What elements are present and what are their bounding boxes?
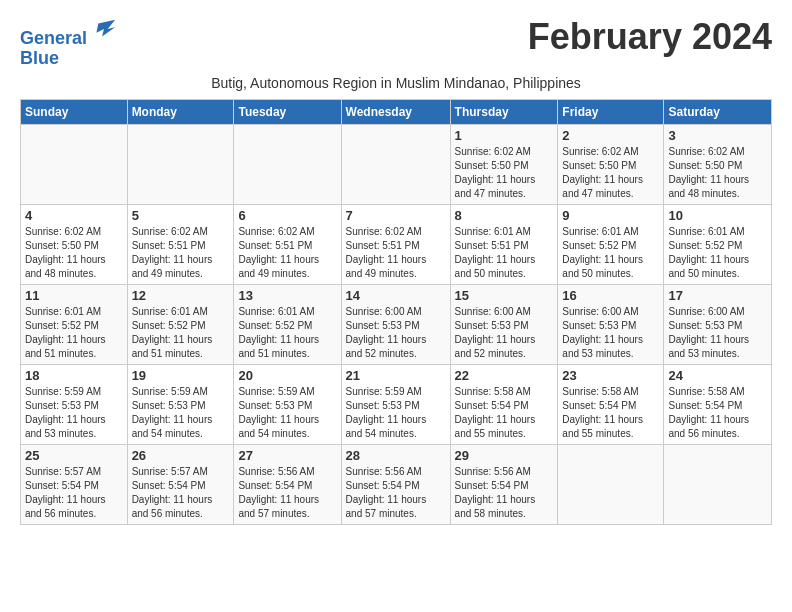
day-info: Sunrise: 6:00 AM Sunset: 5:53 PM Dayligh… — [668, 305, 767, 361]
col-header-saturday: Saturday — [664, 99, 772, 124]
day-cell: 21Sunrise: 5:59 AM Sunset: 5:53 PM Dayli… — [341, 364, 450, 444]
logo: General Blue — [20, 16, 117, 69]
day-number: 20 — [238, 368, 336, 383]
day-cell: 26Sunrise: 5:57 AM Sunset: 5:54 PM Dayli… — [127, 444, 234, 524]
day-number: 16 — [562, 288, 659, 303]
day-cell — [558, 444, 664, 524]
day-number: 17 — [668, 288, 767, 303]
day-info: Sunrise: 5:58 AM Sunset: 5:54 PM Dayligh… — [455, 385, 554, 441]
day-info: Sunrise: 6:01 AM Sunset: 5:52 PM Dayligh… — [238, 305, 336, 361]
svg-marker-0 — [97, 20, 116, 37]
day-info: Sunrise: 5:59 AM Sunset: 5:53 PM Dayligh… — [25, 385, 123, 441]
day-info: Sunrise: 6:01 AM Sunset: 5:52 PM Dayligh… — [25, 305, 123, 361]
day-info: Sunrise: 5:56 AM Sunset: 5:54 PM Dayligh… — [346, 465, 446, 521]
day-cell: 25Sunrise: 5:57 AM Sunset: 5:54 PM Dayli… — [21, 444, 128, 524]
day-number: 14 — [346, 288, 446, 303]
day-cell: 6Sunrise: 6:02 AM Sunset: 5:51 PM Daylig… — [234, 204, 341, 284]
day-cell: 22Sunrise: 5:58 AM Sunset: 5:54 PM Dayli… — [450, 364, 558, 444]
col-header-thursday: Thursday — [450, 99, 558, 124]
day-cell: 11Sunrise: 6:01 AM Sunset: 5:52 PM Dayli… — [21, 284, 128, 364]
week-row-4: 18Sunrise: 5:59 AM Sunset: 5:53 PM Dayli… — [21, 364, 772, 444]
day-number: 18 — [25, 368, 123, 383]
day-cell: 20Sunrise: 5:59 AM Sunset: 5:53 PM Dayli… — [234, 364, 341, 444]
day-cell — [234, 124, 341, 204]
day-info: Sunrise: 5:57 AM Sunset: 5:54 PM Dayligh… — [132, 465, 230, 521]
day-cell — [127, 124, 234, 204]
day-cell: 18Sunrise: 5:59 AM Sunset: 5:53 PM Dayli… — [21, 364, 128, 444]
day-cell — [21, 124, 128, 204]
week-row-5: 25Sunrise: 5:57 AM Sunset: 5:54 PM Dayli… — [21, 444, 772, 524]
day-number: 12 — [132, 288, 230, 303]
day-info: Sunrise: 5:58 AM Sunset: 5:54 PM Dayligh… — [668, 385, 767, 441]
day-cell: 14Sunrise: 6:00 AM Sunset: 5:53 PM Dayli… — [341, 284, 450, 364]
day-info: Sunrise: 6:02 AM Sunset: 5:50 PM Dayligh… — [455, 145, 554, 201]
col-header-friday: Friday — [558, 99, 664, 124]
day-number: 5 — [132, 208, 230, 223]
day-cell — [664, 444, 772, 524]
day-info: Sunrise: 6:02 AM Sunset: 5:50 PM Dayligh… — [562, 145, 659, 201]
day-info: Sunrise: 6:01 AM Sunset: 5:51 PM Dayligh… — [455, 225, 554, 281]
day-cell: 19Sunrise: 5:59 AM Sunset: 5:53 PM Dayli… — [127, 364, 234, 444]
day-info: Sunrise: 6:02 AM Sunset: 5:50 PM Dayligh… — [25, 225, 123, 281]
day-number: 27 — [238, 448, 336, 463]
day-info: Sunrise: 5:57 AM Sunset: 5:54 PM Dayligh… — [25, 465, 123, 521]
day-number: 21 — [346, 368, 446, 383]
header: General Blue February 2024 — [20, 16, 772, 69]
day-info: Sunrise: 6:02 AM Sunset: 5:50 PM Dayligh… — [668, 145, 767, 201]
day-number: 26 — [132, 448, 230, 463]
day-number: 29 — [455, 448, 554, 463]
col-header-wednesday: Wednesday — [341, 99, 450, 124]
day-number: 1 — [455, 128, 554, 143]
col-header-sunday: Sunday — [21, 99, 128, 124]
day-cell: 23Sunrise: 5:58 AM Sunset: 5:54 PM Dayli… — [558, 364, 664, 444]
day-number: 15 — [455, 288, 554, 303]
day-info: Sunrise: 5:59 AM Sunset: 5:53 PM Dayligh… — [132, 385, 230, 441]
day-number: 6 — [238, 208, 336, 223]
day-cell: 16Sunrise: 6:00 AM Sunset: 5:53 PM Dayli… — [558, 284, 664, 364]
day-cell: 5Sunrise: 6:02 AM Sunset: 5:51 PM Daylig… — [127, 204, 234, 284]
day-info: Sunrise: 5:59 AM Sunset: 5:53 PM Dayligh… — [346, 385, 446, 441]
day-cell — [341, 124, 450, 204]
day-number: 22 — [455, 368, 554, 383]
day-number: 7 — [346, 208, 446, 223]
day-cell: 29Sunrise: 5:56 AM Sunset: 5:54 PM Dayli… — [450, 444, 558, 524]
day-cell: 27Sunrise: 5:56 AM Sunset: 5:54 PM Dayli… — [234, 444, 341, 524]
day-cell: 17Sunrise: 6:00 AM Sunset: 5:53 PM Dayli… — [664, 284, 772, 364]
week-row-1: 1Sunrise: 6:02 AM Sunset: 5:50 PM Daylig… — [21, 124, 772, 204]
week-row-3: 11Sunrise: 6:01 AM Sunset: 5:52 PM Dayli… — [21, 284, 772, 364]
day-info: Sunrise: 6:00 AM Sunset: 5:53 PM Dayligh… — [562, 305, 659, 361]
day-cell: 2Sunrise: 6:02 AM Sunset: 5:50 PM Daylig… — [558, 124, 664, 204]
logo-bird-icon — [89, 16, 117, 44]
subtitle: Butig, Autonomous Region in Muslim Minda… — [20, 75, 772, 91]
day-cell: 28Sunrise: 5:56 AM Sunset: 5:54 PM Dayli… — [341, 444, 450, 524]
day-cell: 7Sunrise: 6:02 AM Sunset: 5:51 PM Daylig… — [341, 204, 450, 284]
day-cell: 9Sunrise: 6:01 AM Sunset: 5:52 PM Daylig… — [558, 204, 664, 284]
day-info: Sunrise: 6:00 AM Sunset: 5:53 PM Dayligh… — [455, 305, 554, 361]
day-info: Sunrise: 6:01 AM Sunset: 5:52 PM Dayligh… — [132, 305, 230, 361]
day-info: Sunrise: 5:59 AM Sunset: 5:53 PM Dayligh… — [238, 385, 336, 441]
day-info: Sunrise: 5:56 AM Sunset: 5:54 PM Dayligh… — [238, 465, 336, 521]
day-number: 24 — [668, 368, 767, 383]
day-number: 4 — [25, 208, 123, 223]
day-info: Sunrise: 6:02 AM Sunset: 5:51 PM Dayligh… — [132, 225, 230, 281]
day-number: 25 — [25, 448, 123, 463]
day-cell: 12Sunrise: 6:01 AM Sunset: 5:52 PM Dayli… — [127, 284, 234, 364]
day-number: 23 — [562, 368, 659, 383]
month-title: February 2024 — [528, 16, 772, 58]
day-cell: 13Sunrise: 6:01 AM Sunset: 5:52 PM Dayli… — [234, 284, 341, 364]
logo-blue: Blue — [20, 48, 59, 68]
day-number: 13 — [238, 288, 336, 303]
day-cell: 24Sunrise: 5:58 AM Sunset: 5:54 PM Dayli… — [664, 364, 772, 444]
day-info: Sunrise: 6:01 AM Sunset: 5:52 PM Dayligh… — [562, 225, 659, 281]
calendar-header-row: SundayMondayTuesdayWednesdayThursdayFrid… — [21, 99, 772, 124]
day-cell: 15Sunrise: 6:00 AM Sunset: 5:53 PM Dayli… — [450, 284, 558, 364]
day-info: Sunrise: 5:58 AM Sunset: 5:54 PM Dayligh… — [562, 385, 659, 441]
day-number: 11 — [25, 288, 123, 303]
day-number: 19 — [132, 368, 230, 383]
calendar-table: SundayMondayTuesdayWednesdayThursdayFrid… — [20, 99, 772, 525]
title-block: February 2024 — [528, 16, 772, 58]
day-cell: 4Sunrise: 6:02 AM Sunset: 5:50 PM Daylig… — [21, 204, 128, 284]
day-info: Sunrise: 6:00 AM Sunset: 5:53 PM Dayligh… — [346, 305, 446, 361]
day-cell: 1Sunrise: 6:02 AM Sunset: 5:50 PM Daylig… — [450, 124, 558, 204]
col-header-tuesday: Tuesday — [234, 99, 341, 124]
